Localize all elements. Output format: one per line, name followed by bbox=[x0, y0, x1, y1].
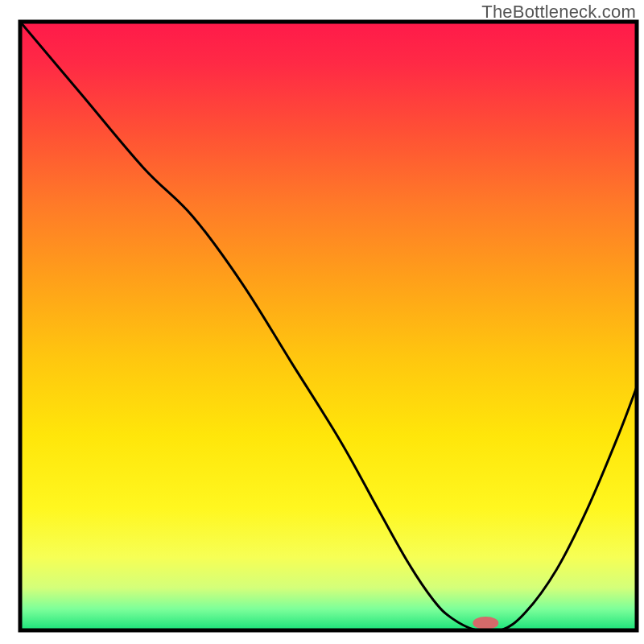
chart-svg bbox=[0, 0, 644, 644]
chart-root: TheBottleneck.com bbox=[0, 0, 644, 644]
optimal-marker bbox=[473, 617, 498, 630]
plot-background bbox=[20, 22, 637, 630]
watermark-text: TheBottleneck.com bbox=[481, 2, 636, 23]
